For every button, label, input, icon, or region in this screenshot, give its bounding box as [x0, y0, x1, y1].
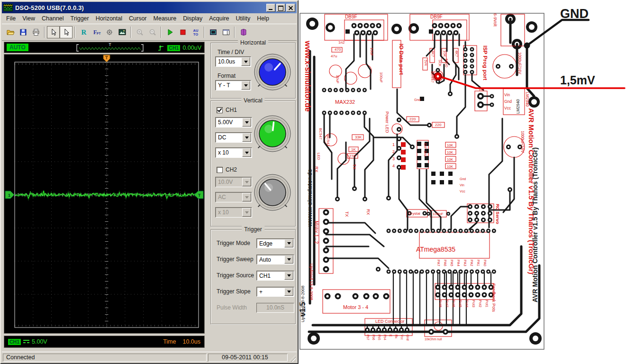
menu-item-utility[interactable]: Utility [233, 14, 254, 23]
print-button[interactable] [29, 26, 42, 38]
ch2-checkbox[interactable] [217, 167, 223, 173]
fft-button[interactable]: FFT [90, 26, 103, 38]
pcb-silkscreen-label: RC Servo [495, 204, 500, 224]
refresh-tool-button[interactable]: R [77, 26, 90, 38]
pcb-silkscreen-label: TX [345, 211, 349, 217]
menu-item-measure[interactable]: Measure [150, 14, 180, 23]
pcb-silkscreen-label: 2 [392, 149, 395, 154]
pcb-silkscreen-label: Motor 1 - 2 [314, 221, 319, 244]
save-button[interactable] [17, 26, 29, 38]
gear-icon [105, 28, 114, 36]
dropdown-arrow-icon[interactable] [284, 272, 293, 280]
toolbar-separator [234, 27, 235, 38]
close-button[interactable] [286, 4, 295, 12]
zoomout-icon [148, 28, 157, 36]
menu-item-horizontal[interactable]: Horizontal [92, 14, 126, 23]
cursor-track-button[interactable] [60, 26, 73, 38]
trigger-mode-label: Trigger Mode [217, 240, 250, 246]
waveform-preview[interactable]: T [74, 42, 145, 54]
dropdown-arrow-icon[interactable] [284, 288, 293, 296]
pcb-silkscreen-label: Motor 3 - 4 [343, 304, 368, 310]
trigger-slope-label: Trigger Slope [217, 288, 251, 295]
pcb-silkscreen-label: MISO [445, 59, 448, 67]
ch1-coupling-select[interactable]: DC [215, 132, 252, 143]
trigger-group: Trigger Trigger ModeEdgeTrigger SweepAut… [210, 229, 296, 324]
display-settings-button[interactable] [207, 26, 219, 38]
pcb-silkscreen-label: PA5 [450, 260, 454, 266]
trigger-level-marker[interactable]: T [194, 191, 203, 199]
dropdown-arrow-icon [242, 193, 251, 201]
autoset-button[interactable]: AUTO [189, 26, 202, 38]
ch2-position-knob[interactable] [252, 172, 293, 213]
ch1-position-marker[interactable]: 1 [5, 191, 14, 199]
svg-text:TO: TO [193, 32, 198, 36]
menu-item-display[interactable]: Display [180, 14, 206, 23]
snapshot-button[interactable] [116, 26, 128, 38]
pcb-silkscreen-label: www.x-simulator.de [306, 169, 313, 227]
pcb-silkscreen-label: 1000uF/16V [517, 52, 522, 74]
pcb-silkscreen-label: 4K7 [431, 50, 435, 57]
trigger-position-marker[interactable] [103, 55, 110, 62]
dropdown-arrow-icon[interactable] [284, 239, 293, 247]
titlebar[interactable]: DSO-5200 USB(7.0.0.3) [2, 2, 297, 13]
menu-item-file[interactable]: File [3, 14, 19, 23]
pcb-silkscreen-label: PA3 [463, 260, 467, 266]
pcb-silkscreen-label: PA2 [470, 260, 474, 266]
pcb-silkscreen-label: Gnd [504, 99, 512, 104]
dropdown-arrow-icon[interactable] [284, 255, 293, 264]
ch2-volts-select: 10.0V [215, 177, 252, 187]
pcb-silkscreen-label: 10K [447, 150, 453, 155]
menu-item-view[interactable]: View [19, 14, 38, 23]
app-icon [3, 4, 13, 11]
minimize-button[interactable] [266, 4, 275, 12]
format-label: Format [218, 73, 236, 79]
pcb-silkscreen-label: LM2940 [516, 99, 520, 114]
pcb-image: DB9FDB9FIO Data portISP Prog port6-9Volt… [299, 0, 635, 364]
open-button[interactable] [4, 26, 17, 38]
ch1-checkbox[interactable] [217, 107, 223, 113]
dropdown-arrow-icon[interactable] [242, 133, 251, 142]
time-div-select[interactable]: 10.0us [215, 56, 251, 67]
dropdown-arrow-icon[interactable] [242, 148, 251, 157]
statusbar: Connected 09-05-2011 00:15 [2, 352, 297, 362]
ch1-probe-select[interactable]: x 10 [215, 147, 252, 158]
vertical-group: Vertical CH1 5.00V DC x 10 [210, 100, 296, 227]
menu-item-channel[interactable]: Channel [38, 14, 67, 23]
cursor-icon [62, 28, 71, 36]
pcb-silkscreen-label: Pot5 [458, 300, 463, 307]
cursor-tool-button[interactable] [47, 26, 60, 38]
trigger-mode-select[interactable]: Edge [256, 238, 294, 248]
pcb-silkscreen-label: Power LED [385, 111, 390, 133]
ch2-enable[interactable]: CH2 [217, 166, 237, 173]
menu-item-acquire[interactable]: Acquire [206, 14, 232, 23]
pulse-width-value: 10.0nS [256, 303, 294, 313]
dropdown-arrow-icon[interactable] [241, 81, 250, 90]
stop-button[interactable] [176, 26, 189, 38]
pcb-silkscreen-label: 220 [435, 123, 442, 127]
dropdown-arrow-icon[interactable] [241, 57, 250, 66]
pcb-silkscreen-label: 3 [392, 156, 395, 161]
resize-grip[interactable] [289, 355, 296, 362]
pcb-silkscreen-label: LM2940 [525, 92, 530, 107]
pcb-silkscreen-label: AVR Motion Controller v1.5 By Thanos (Tr… [531, 147, 539, 302]
menu-item-help[interactable]: Help [254, 14, 272, 23]
trigger-slope-select[interactable]: + [256, 287, 294, 297]
ch1-enable[interactable]: CH1 [217, 107, 237, 113]
settings-button[interactable] [103, 26, 116, 38]
ch1-position-knob[interactable] [252, 113, 293, 154]
dropdown-arrow-icon[interactable] [242, 118, 251, 127]
menu-item-cursor[interactable]: Cursor [126, 14, 150, 23]
help-button[interactable] [237, 26, 250, 38]
trigger-source-select[interactable]: CH1 [256, 271, 294, 281]
toolbar-separator [74, 27, 75, 38]
horizontal-position-knob[interactable] [252, 52, 293, 92]
maximize-button[interactable] [276, 4, 285, 12]
panel-toggle-button[interactable] [219, 26, 232, 38]
start-button[interactable] [163, 26, 176, 38]
menu-item-trigger[interactable]: Trigger [67, 14, 92, 23]
pcb-silkscreen-label: 1n2 [338, 40, 345, 45]
ch1-volts-select[interactable]: 5.00V [215, 117, 252, 127]
print-icon [32, 28, 40, 36]
trigger-sweep-select[interactable]: Auto [256, 255, 294, 264]
format-select[interactable]: Y - T [215, 80, 251, 91]
